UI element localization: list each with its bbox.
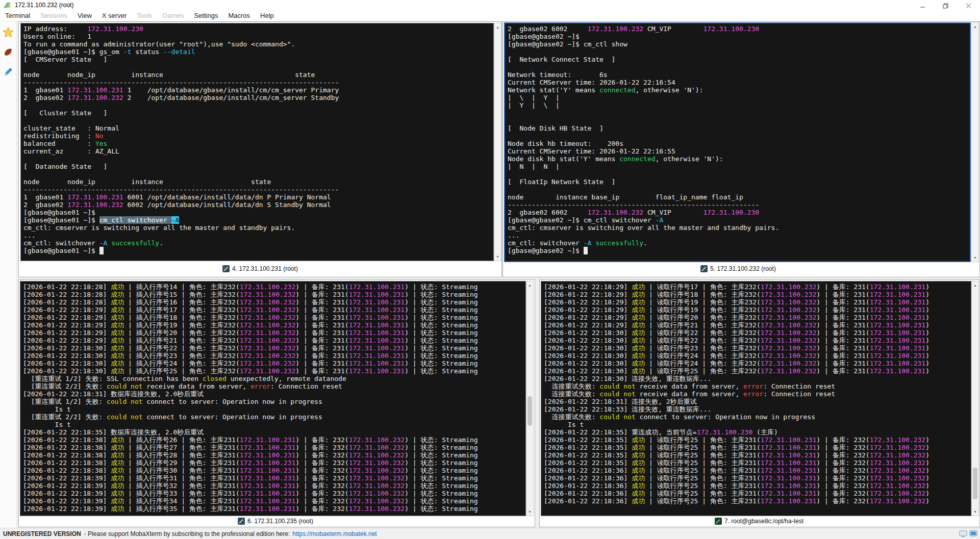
scrollbar-thumb[interactable] (973, 468, 977, 499)
mobaxterm-link[interactable]: https://mobaxterm.mobatek.net (292, 530, 376, 537)
minimize-button[interactable] (911, 0, 934, 11)
menu-sessions: Sessions (35, 12, 72, 19)
scroll-up-arrow-icon[interactable]: ▲ (526, 282, 533, 289)
title-bar: 172.31.100.232 (root) (0, 0, 980, 10)
pane-label-4[interactable]: 4. 172.31.100.231 (root) (222, 265, 298, 272)
red-brush-sidebar-button[interactable] (1, 44, 15, 60)
terminal-7-scrollbar[interactable]: ▲ ▼ (971, 281, 979, 516)
terminal-5-gbase02[interactable]: 2 gbase02 6002 172.31.100.232 CM_VIP 172… (504, 22, 971, 262)
pane-label-5[interactable]: 5. 172.31.100.232 (root) (700, 265, 776, 272)
pane-label-text: 5. 172.31.100.232 (root) (710, 265, 776, 272)
status-bar: UNREGISTERED VERSION - Please support Mo… (0, 528, 980, 539)
pane-label-text: 6. 172.31.100.235 (root) (247, 518, 313, 525)
menu-help[interactable]: Help (255, 12, 279, 19)
terminal-6-scrollbar[interactable]: ▲ ▼ (526, 281, 534, 516)
terminal-tab-icon (222, 265, 230, 272)
restore-button[interactable] (934, 0, 957, 11)
menu-settings[interactable]: Settings (189, 12, 223, 19)
blue-pencil-icon (3, 66, 14, 78)
terminal-4-gbase01[interactable]: IP address: 172.31.100.230Users online: … (20, 23, 494, 261)
scroll-down-arrow-icon[interactable]: ▼ (526, 508, 533, 515)
star-icon (2, 26, 14, 38)
statusbar-display-icon[interactable] (969, 530, 977, 537)
menu-tools: Tools (132, 12, 157, 19)
scrollbar-thumb[interactable] (527, 396, 532, 426)
unregistered-version-text: UNREGISTERED VERSION (3, 530, 81, 537)
window-title: 172.31.100.232 (root) (15, 2, 73, 9)
pane-label-text: 4. 172.31.100.231 (root) (232, 265, 298, 272)
left-sidebar (0, 21, 17, 528)
scroll-down-arrow-icon[interactable]: ▼ (494, 253, 501, 260)
red-brush-icon (3, 46, 14, 58)
menu-terminal[interactable]: Terminal (0, 12, 35, 19)
scroll-down-arrow-icon[interactable]: ▼ (972, 254, 978, 261)
terminal-7-log[interactable]: [2026-01-22 22:18:29] 成功 | 读取行序号17 | 角色:… (541, 281, 971, 516)
scroll-up-arrow-icon[interactable]: ▲ (972, 282, 978, 289)
menu-macros[interactable]: Macros (223, 12, 255, 19)
star-sidebar-button[interactable] (1, 24, 15, 40)
blue-pencil-sidebar-button[interactable] (1, 64, 15, 80)
menu-games: Games (158, 12, 189, 19)
scroll-up-arrow-icon[interactable]: ▲ (494, 24, 501, 31)
pane-label-text: 7. root@gbase8c:/opt/ha-test (724, 518, 803, 525)
pane-label-7[interactable]: 7. root@gbase8c:/opt/ha-test (715, 518, 803, 525)
terminal-tab-icon (715, 518, 722, 525)
terminal-tab-icon (700, 265, 708, 272)
menu-x-server[interactable]: X server (97, 12, 132, 19)
terminal-6-log[interactable]: [2026-01-22 22:18:28] 成功 | 插入行序号14 | 角色:… (20, 281, 526, 516)
menu-bar: Terminal Sessions View X server Tools Ga… (0, 10, 980, 21)
status-message: - Please support MobaXterm by subscribin… (84, 530, 290, 537)
statusbar-window-icon[interactable] (959, 530, 967, 537)
mobaxterm-app-icon (4, 2, 11, 9)
pane-label-6[interactable]: 6. 172.31.100.235 (root) (238, 518, 313, 525)
terminal-4-scrollbar[interactable]: ▲ ▼ (494, 23, 501, 261)
scroll-down-arrow-icon[interactable]: ▼ (972, 508, 978, 515)
menu-view[interactable]: View (72, 12, 97, 19)
terminal-5-scrollbar[interactable]: ▲ ▼ (971, 22, 979, 262)
terminal-tab-icon (238, 518, 245, 525)
close-button[interactable] (957, 0, 980, 11)
scroll-up-arrow-icon[interactable]: ▲ (972, 23, 978, 30)
